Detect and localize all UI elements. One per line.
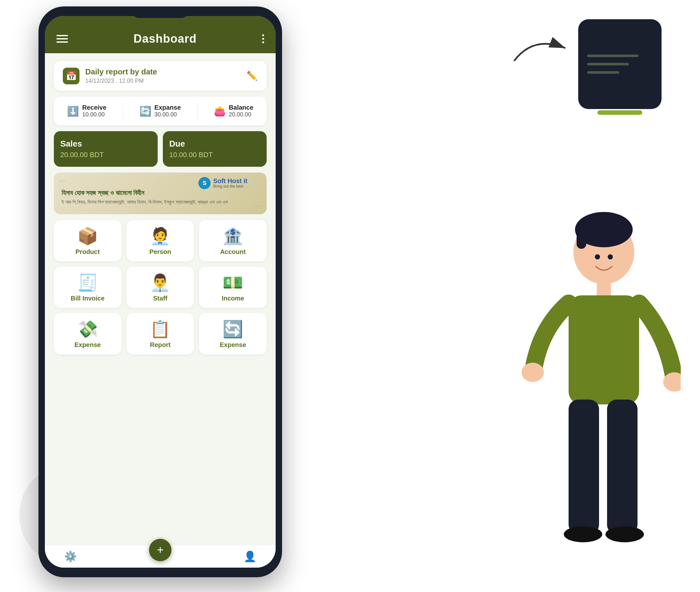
menu-icon[interactable] xyxy=(56,35,68,43)
phone-content: 📅 Daily report by date 14/12/2023 . 12.0… xyxy=(45,53,276,545)
expanse-icon: 🔄 xyxy=(140,105,151,117)
header-title: Dashboard xyxy=(133,32,197,46)
svg-rect-3 xyxy=(577,230,586,249)
svg-point-12 xyxy=(564,526,602,542)
income-icon: 💵 xyxy=(222,274,243,291)
account-icon: 🏦 xyxy=(222,228,243,244)
sales-label: Sales xyxy=(60,139,151,149)
banner-logo: S Soft Host it Bring out the best xyxy=(199,177,248,189)
svg-rect-6 xyxy=(597,281,611,297)
due-label: Due xyxy=(169,139,260,149)
bill-invoice-label: Bill Invoice xyxy=(71,295,105,302)
product-label: Product xyxy=(76,248,100,256)
note-line-1 xyxy=(587,54,639,57)
phone-device: Dashboard 📅 Daily report by date 14/12/ xyxy=(39,6,282,577)
note-card xyxy=(578,19,661,109)
stats-row: ⬇️ Receive 10.00.00 🔄 Expanse 30.00.0 xyxy=(54,97,267,126)
due-value: 10.00.00 BDT xyxy=(169,151,260,159)
note-accent xyxy=(597,110,642,115)
account-label: Account xyxy=(220,248,246,256)
fab-add-button[interactable]: + xyxy=(149,539,171,561)
person-illustration xyxy=(482,194,681,579)
menu-item-person[interactable]: 🧑‍💼 Person xyxy=(126,220,194,261)
sales-due-row: Sales 20.00.00 BDT Due 10.00.00 BDT xyxy=(54,131,267,167)
balance-label: Balance xyxy=(229,104,254,111)
expense2-icon: 🔄 xyxy=(222,321,243,337)
stat-divider-1 xyxy=(123,103,123,119)
svg-rect-10 xyxy=(569,400,599,534)
expense1-icon: 💸 xyxy=(77,321,98,337)
banner-sub-text: ই আর পি,বিক্র, ডিলার সিপ ম্যানেজম্যান্ট,… xyxy=(61,199,259,205)
phone-wrapper: Dashboard 📅 Daily report by date 14/12/ xyxy=(39,6,288,584)
profile-nav-icon[interactable]: 👤 xyxy=(244,550,256,562)
more-options-icon[interactable] xyxy=(262,34,264,43)
banner-logo-text: Soft Host it Bring out the best xyxy=(213,177,248,189)
menu-item-bill-invoice[interactable]: 🧾 Bill Invoice xyxy=(54,266,121,308)
menu-item-report[interactable]: 📋 Report xyxy=(126,313,194,354)
fab-plus-icon: + xyxy=(157,543,163,557)
edit-icon[interactable]: ✏️ xyxy=(247,70,258,81)
menu-item-income[interactable]: 💵 Income xyxy=(199,266,267,308)
phone-screen: Dashboard 📅 Daily report by date 14/12/ xyxy=(45,16,276,568)
calendar-icon: 📅 xyxy=(63,68,79,84)
menu-item-staff[interactable]: 👨‍💼 Staff xyxy=(126,266,194,308)
svg-rect-7 xyxy=(569,295,639,404)
balance-text: Balance 20.00.00 xyxy=(229,104,254,118)
daily-report-left: 📅 Daily report by date 14/12/2023 . 12.0… xyxy=(63,67,157,84)
daily-report-title: Daily report by date xyxy=(85,67,157,76)
svg-point-13 xyxy=(605,526,644,542)
banner-card: ⋯ S Soft Host it Bring out the best হিসা… xyxy=(54,172,267,214)
note-line-3 xyxy=(587,71,619,74)
phone-notch xyxy=(131,6,189,18)
person-icon: 🧑‍💼 xyxy=(150,228,170,244)
scene: Dashboard 📅 Daily report by date 14/12/ xyxy=(0,0,700,592)
report-icon: 📋 xyxy=(150,321,170,337)
daily-report-card[interactable]: 📅 Daily report by date 14/12/2023 . 12.0… xyxy=(54,61,267,91)
menu-item-expense1[interactable]: 💸 Expense xyxy=(54,313,121,354)
svg-point-8 xyxy=(522,363,544,382)
menu-item-product[interactable]: 📦 Product xyxy=(54,220,121,261)
banner-logo-icon: S xyxy=(199,177,211,189)
menu-item-expense2[interactable]: 🔄 Expense xyxy=(199,313,267,354)
expense2-label: Expense xyxy=(220,341,246,349)
menu-grid: 📦 Product 🧑‍💼 Person 🏦 Account 🧾 xyxy=(54,220,267,354)
banner-dots-left: ⋯ xyxy=(59,177,67,185)
receive-text: Receive 10.00.00 xyxy=(82,104,106,118)
daily-report-date: 14/12/2023 . 12.00 PM xyxy=(85,78,157,84)
note-line-2 xyxy=(587,63,629,65)
banner-logo-name: Soft Host it xyxy=(213,177,248,184)
daily-report-text: Daily report by date 14/12/2023 . 12.00 … xyxy=(85,67,157,84)
person-label: Person xyxy=(149,248,171,256)
expanse-value: 30.00.00 xyxy=(155,111,181,118)
banner-logo-tagline: Bring out the best xyxy=(213,184,248,189)
settings-nav-icon[interactable]: ⚙️ xyxy=(64,550,77,562)
person-svg xyxy=(482,194,681,579)
menu-item-account[interactable]: 🏦 Account xyxy=(199,220,267,261)
svg-point-5 xyxy=(608,254,613,259)
receive-icon: ⬇️ xyxy=(67,105,79,117)
product-icon: 📦 xyxy=(77,228,98,244)
banner-dots-right: ⋯ xyxy=(254,202,262,210)
expanse-text: Expanse 30.00.00 xyxy=(155,104,181,118)
balance-value: 20.00.00 xyxy=(229,111,254,118)
sales-value: 20.00.00 BDT xyxy=(60,151,151,159)
stat-divider-2 xyxy=(197,103,198,119)
staff-label: Staff xyxy=(153,295,167,302)
stat-expanse: 🔄 Expanse 30.00.00 xyxy=(140,104,181,118)
expanse-label: Expanse xyxy=(155,104,181,111)
sales-card[interactable]: Sales 20.00.00 BDT xyxy=(54,131,158,167)
banner-main-text: হিসাব হোক সহজ স্বচ্ছ ও ঝামেলো বিহীন xyxy=(61,189,259,197)
app-header: Dashboard xyxy=(45,16,276,53)
balance-icon: 👛 xyxy=(214,105,226,117)
receive-value: 10.00.00 xyxy=(82,111,106,118)
due-card[interactable]: Due 10.00.00 BDT xyxy=(163,131,267,167)
expense1-label: Expense xyxy=(74,341,101,349)
receive-label: Receive xyxy=(82,104,106,111)
stat-balance: 👛 Balance 20.00.00 xyxy=(214,104,254,118)
report-label: Report xyxy=(150,341,170,349)
staff-icon: 👨‍💼 xyxy=(150,274,170,291)
stat-receive: ⬇️ Receive 10.00.00 xyxy=(67,104,106,118)
income-label: Income xyxy=(222,295,244,302)
bill-invoice-icon: 🧾 xyxy=(77,274,98,291)
svg-point-4 xyxy=(595,254,600,259)
